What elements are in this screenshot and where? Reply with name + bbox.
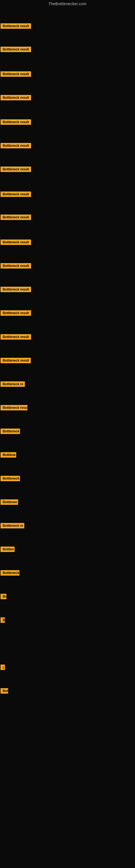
bottleneck-row: Bottleneck result: [1, 215, 31, 221]
bottleneck-label-2[interactable]: Bottleneck result: [1, 46, 31, 52]
bottleneck-label-8[interactable]: Bottleneck result: [1, 191, 31, 197]
bottleneck-label-3[interactable]: Bottleneck result: [1, 71, 31, 77]
bottleneck-row: Bottleneck resul: [1, 405, 28, 411]
bottleneck-row: |: [1, 664, 5, 671]
bottleneck-row: Bottlene: [1, 452, 16, 459]
bottleneck-label-24[interactable]: Bottleneck: [1, 570, 19, 576]
bottleneck-label-23[interactable]: Bottlen: [1, 547, 14, 552]
bottleneck-row: Bottleneck result: [1, 358, 31, 364]
bottleneck-label-14[interactable]: Bottleneck result: [1, 334, 31, 340]
bottleneck-label-10[interactable]: Bottleneck result: [1, 240, 31, 245]
bottleneck-label-5[interactable]: Bottleneck result: [1, 119, 31, 125]
bottleneck-label-19[interactable]: Bottlene: [1, 452, 16, 458]
bottleneck-row: Bottleneck re: [1, 523, 24, 529]
bottleneck-row: Bottleneck: [1, 476, 20, 482]
bottleneck-label-28[interactable]: Bot: [1, 688, 8, 693]
bottleneck-label-11[interactable]: Bottleneck result: [1, 263, 31, 269]
bottleneck-label-21[interactable]: Bottlenec: [1, 499, 18, 505]
site-title: TheBottlenecker.com: [0, 0, 135, 8]
bottleneck-row: Bottleneck: [1, 570, 19, 577]
bottleneck-row: Bottleneck result: [1, 46, 31, 53]
bottleneck-row: Bot: [1, 688, 8, 695]
bottleneck-row: Bottleneck result: [1, 95, 31, 101]
bottleneck-label-20[interactable]: Bottleneck: [1, 476, 20, 481]
bottleneck-row: Bottleneck result: [1, 191, 31, 198]
bottleneck-label-12[interactable]: Bottleneck result: [1, 287, 31, 292]
bottleneck-label-25[interactable]: Bo: [1, 594, 6, 599]
bottleneck-label-9[interactable]: Bottleneck result: [1, 215, 31, 220]
bottleneck-row: Bottlenec: [1, 499, 18, 506]
bottleneck-row: B: [1, 617, 5, 624]
bottleneck-label-22[interactable]: Bottleneck re: [1, 523, 24, 528]
bottleneck-row: Bottleneck result: [1, 287, 31, 293]
bottleneck-row: Bottleneck result: [1, 119, 31, 126]
bottleneck-row: Bo: [1, 594, 6, 600]
bottleneck-label-27[interactable]: |: [1, 664, 5, 670]
bottleneck-label-16[interactable]: Bottleneck re: [1, 381, 25, 387]
bottleneck-label-13[interactable]: Bottleneck result: [1, 310, 31, 316]
bottleneck-row: Bottlen: [1, 547, 14, 553]
bottleneck-label-18[interactable]: Bottleneck: [1, 429, 20, 434]
bottleneck-row: Bottleneck result: [1, 143, 31, 150]
bottleneck-label-15[interactable]: Bottleneck result: [1, 358, 31, 363]
bottleneck-row: Bottleneck result: [1, 23, 31, 30]
bottleneck-row: Bottleneck result: [1, 310, 31, 317]
bottleneck-label-17[interactable]: Bottleneck resul: [1, 405, 28, 410]
bottleneck-label-4[interactable]: Bottleneck result: [1, 95, 31, 100]
bottleneck-row: Bottleneck result: [1, 240, 31, 246]
bottleneck-row: Bottleneck result: [1, 263, 31, 270]
bottleneck-label-1[interactable]: Bottleneck result: [1, 23, 31, 29]
bottleneck-label-26[interactable]: B: [1, 617, 5, 623]
bottleneck-row: Bottleneck result: [1, 71, 31, 78]
bottleneck-row: Bottleneck re: [1, 381, 25, 388]
bottleneck-row: Bottleneck result: [1, 166, 31, 173]
bottleneck-row: Bottleneck: [1, 429, 20, 435]
bottleneck-label-6[interactable]: Bottleneck result: [1, 143, 31, 148]
bottleneck-row: Bottleneck result: [1, 334, 31, 341]
bottleneck-label-7[interactable]: Bottleneck result: [1, 166, 31, 172]
